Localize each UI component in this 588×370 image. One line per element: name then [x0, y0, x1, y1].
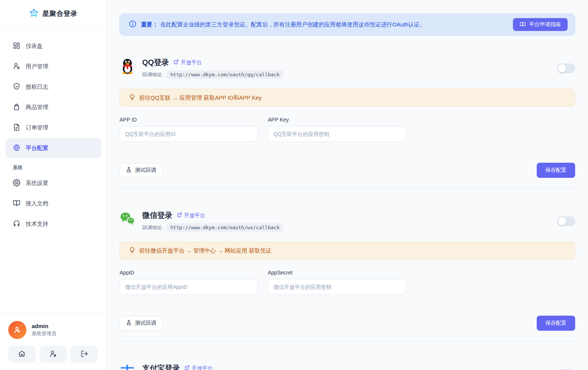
sidebar-item-label: 系统设置: [26, 180, 48, 187]
sidebar-item-label: 平台配置: [26, 145, 48, 152]
sidebar-item-platform-config[interactable]: 平台配置: [5, 138, 101, 158]
sidebar-item-label: 用户管理: [26, 63, 48, 70]
document-icon: [13, 123, 20, 132]
user-name: admin: [32, 323, 56, 329]
platform-title: 微信登录: [142, 210, 172, 220]
open-platform-link[interactable]: 开放平台: [184, 365, 213, 370]
globe-icon: [13, 144, 20, 153]
qq-test-callback-button[interactable]: 测试回调: [120, 163, 163, 177]
platform-title: QQ登录: [142, 57, 169, 68]
sidebar-item-auth-logs[interactable]: 授权日志: [5, 77, 101, 97]
dashboard-icon: [13, 42, 20, 51]
home-button[interactable]: [8, 346, 36, 362]
toggle-knob: [558, 217, 566, 225]
external-link-icon: [177, 212, 182, 219]
open-platform-link[interactable]: 开放平台: [177, 212, 205, 219]
field-label: APP ID: [120, 117, 258, 123]
sidebar-section-label: 系统: [13, 164, 94, 171]
external-link-icon: [184, 365, 190, 370]
user-settings-icon: [49, 350, 57, 359]
toggle-knob: [558, 64, 566, 72]
qq-icon: [120, 57, 135, 75]
wechat-icon: [120, 210, 135, 228]
lightbulb-icon: [129, 94, 135, 102]
field-label: AppID: [120, 270, 258, 276]
callback-label: 回调地址:: [142, 224, 163, 231]
main-content: 重要：在此配置企业级的第三方登录凭证。配置后，所有注册用户创建的应用都将使用这些…: [107, 0, 588, 370]
app-logo: 星聚合登录: [0, 0, 106, 28]
qq-app-id-field: APP ID: [120, 117, 258, 142]
profile-settings-button[interactable]: [40, 346, 67, 362]
guide-button-label: 平台申请指南: [529, 21, 561, 28]
wechat-enable-toggle[interactable]: [557, 216, 575, 226]
app-window: 星聚合登录 仪表盘 用户管理 授权日志: [0, 0, 588, 370]
qq-save-config-button[interactable]: 保存配置: [537, 163, 575, 178]
alipay-icon: 支: [120, 363, 135, 370]
qq-app-key-field: APP Key: [268, 117, 406, 142]
platform-section-qq: QQ登录 开放平台 回调地址: http://www.dkym.com/oaut…: [120, 35, 575, 188]
qq-app-id-input[interactable]: [120, 126, 258, 142]
banner-text: 重要：在此配置企业级的第三方登录凭证。配置后，所有注册用户创建的应用都将使用这些…: [141, 21, 508, 28]
external-link-icon: [173, 59, 179, 66]
info-icon: [129, 20, 137, 29]
callback-label: 回调地址:: [142, 71, 163, 78]
sidebar-item-products[interactable]: 商品管理: [5, 97, 101, 117]
wechat-test-callback-button[interactable]: 测试回调: [120, 316, 163, 330]
platform-section-wechat: 微信登录 开放平台 回调地址: http://www.dkym.com/oaut…: [120, 188, 575, 341]
wechat-appid-input[interactable]: [120, 279, 258, 295]
platform-title: 支付宝登录: [142, 363, 180, 370]
sidebar-item-dashboard[interactable]: 仪表盘: [5, 36, 101, 56]
wechat-save-config-button[interactable]: 保存配置: [537, 316, 575, 331]
field-label: AppSecret: [268, 270, 406, 276]
star-logo-icon: [29, 8, 39, 19]
guide-book-icon: [520, 21, 526, 28]
hint-text: 前往QQ互联 → 应用管理 获取APP ID和APP Key: [139, 94, 262, 102]
wechat-appid-field: AppID: [120, 270, 258, 295]
user-management-icon: [13, 62, 20, 71]
open-platform-link[interactable]: 开放平台: [173, 59, 202, 66]
sidebar-item-label: 仪表盘: [26, 43, 43, 50]
app-title: 星聚合登录: [43, 9, 78, 18]
qq-hint-box: 前往QQ互联 → 应用管理 获取APP ID和APP Key: [120, 89, 575, 107]
wechat-appsecret-field: AppSecret: [268, 270, 406, 295]
sidebar-nav: 仪表盘 用户管理 授权日志 商品管理: [0, 28, 106, 234]
sidebar-item-orders[interactable]: 订单管理: [5, 118, 101, 138]
platform-guide-button[interactable]: 平台申请指南: [513, 18, 568, 31]
sidebar-user-panel: admin 系统管理员: [0, 314, 106, 370]
headphones-icon: [13, 220, 20, 228]
important-banner: 重要：在此配置企业级的第三方登录凭证。配置后，所有注册用户创建的应用都将使用这些…: [120, 14, 575, 35]
callback-url: http://www.dkym.com/oauth/qq/callback: [167, 70, 284, 79]
callback-url: http://www.dkym.com/oauth/wx/callback: [167, 223, 284, 232]
qq-enable-toggle[interactable]: [557, 63, 575, 73]
sidebar: 星聚合登录 仪表盘 用户管理 授权日志: [0, 0, 107, 370]
shield-icon: [13, 83, 20, 91]
sidebar-item-label: 授权日志: [26, 83, 48, 91]
sidebar-item-system-settings[interactable]: 系统设置: [5, 173, 101, 193]
logout-button[interactable]: [71, 346, 98, 362]
flask-icon: [126, 167, 132, 174]
lightbulb-icon: [129, 247, 135, 254]
sidebar-item-docs[interactable]: 接入文档: [5, 194, 101, 214]
banner-message: 在此配置企业级的第三方登录凭证。配置后，所有注册用户创建的应用都将使用这些凭证进…: [160, 21, 425, 28]
gear-icon: [13, 179, 20, 188]
avatar: [8, 321, 26, 339]
field-label: APP Key: [268, 117, 406, 123]
sidebar-item-label: 订单管理: [26, 124, 48, 131]
banner-important-label: 重要：: [141, 21, 158, 28]
sidebar-item-label: 技术支持: [26, 220, 48, 228]
logout-icon: [81, 350, 88, 359]
wechat-hint-box: 前往微信开放平台 → 管理中心 → 网站应用 获取凭证: [120, 242, 575, 260]
sidebar-item-support[interactable]: 技术支持: [5, 214, 101, 234]
platform-section-alipay: 支 支付宝登录 开放平台 回调地址: http://: [120, 341, 575, 370]
sidebar-item-users[interactable]: 用户管理: [5, 57, 101, 77]
home-icon: [18, 350, 26, 359]
book-icon: [13, 199, 20, 208]
flask-icon: [126, 320, 132, 327]
wechat-appsecret-input[interactable]: [268, 279, 406, 295]
shopping-bag-icon: [13, 103, 20, 112]
sidebar-item-label: 商品管理: [26, 104, 48, 111]
user-role: 系统管理员: [32, 330, 56, 337]
qq-app-key-input[interactable]: [268, 126, 406, 142]
hint-text: 前往微信开放平台 → 管理中心 → 网站应用 获取凭证: [139, 247, 272, 254]
sidebar-item-label: 接入文档: [26, 200, 48, 207]
